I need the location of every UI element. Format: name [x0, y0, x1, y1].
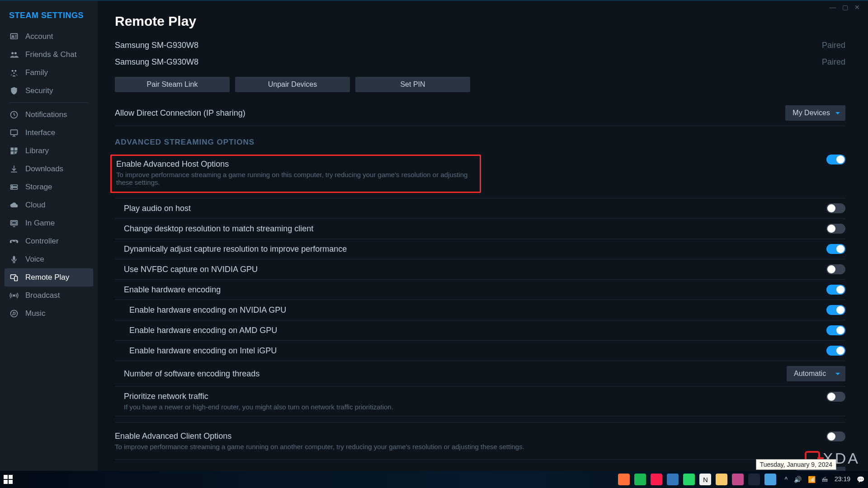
- tray-clock[interactable]: 23:19: [835, 476, 850, 483]
- svg-rect-14: [14, 151, 18, 152]
- svg-rect-11: [11, 151, 14, 155]
- option-row: Enable hardware encoding on NVIDIA GPU: [115, 300, 845, 320]
- option-row: Enable hardware encoding on Intel iGPU: [115, 341, 845, 361]
- option-toggle[interactable]: [826, 244, 845, 254]
- taskbar-app-steam[interactable]: [748, 474, 760, 485]
- option-toggle[interactable]: [826, 285, 845, 295]
- direct-connection-dropdown[interactable]: My Devices: [785, 105, 845, 121]
- enable-advanced-client-sub: To improve performance streaming a game …: [115, 443, 524, 450]
- tray-wifi-icon[interactable]: 📶: [808, 476, 816, 483]
- taskbar-app-edge[interactable]: [667, 474, 679, 485]
- unpair-devices-button[interactable]: Unpair Devices: [235, 77, 350, 92]
- sidebar-item-label: Cloud: [25, 201, 45, 210]
- sidebar-item-broadcast[interactable]: Broadcast: [5, 286, 93, 305]
- enable-advanced-client-toggle[interactable]: [826, 432, 845, 441]
- close-button[interactable]: ✕: [854, 4, 860, 11]
- controller-icon: [9, 236, 19, 246]
- set-pin-button[interactable]: Set PIN: [355, 77, 470, 92]
- sidebar-item-downloads[interactable]: Downloads: [5, 160, 93, 178]
- option-toggle[interactable]: [826, 305, 845, 315]
- sidebar-item-remoteplay[interactable]: Remote Play: [5, 268, 93, 286]
- sidebar-item-ingame[interactable]: In Game: [5, 214, 93, 232]
- svg-point-4: [12, 70, 14, 72]
- account-icon: [9, 32, 19, 42]
- tray-notifications-icon[interactable]: 💬: [857, 476, 864, 483]
- option-label: Play audio on host: [124, 204, 191, 213]
- taskbar-app-app10[interactable]: [764, 474, 776, 485]
- svg-point-28: [12, 314, 14, 315]
- sidebar-item-storage[interactable]: Storage: [5, 178, 93, 196]
- device-name: Samsung SM-G930W8: [115, 41, 198, 50]
- option-toggle[interactable]: [826, 203, 845, 213]
- taskbar-app-firefox[interactable]: [618, 474, 630, 485]
- direct-connection-label: Allow Direct Connection (IP sharing): [115, 108, 245, 118]
- start-button[interactable]: [4, 475, 13, 484]
- advanced-streaming-heading: ADVANCED STREAMING OPTIONS: [115, 138, 845, 147]
- prioritize-network-toggle[interactable]: [826, 392, 845, 402]
- sidebar-item-label: Controller: [25, 237, 59, 246]
- option-toggle[interactable]: [826, 325, 845, 335]
- taskbar-app-spotify[interactable]: [634, 474, 646, 485]
- sidebar-item-label: Friends & Chat: [25, 50, 76, 59]
- sidebar-item-label: Downloads: [25, 164, 63, 174]
- paired-device-row[interactable]: Samsung SM-G930W8Paired: [115, 54, 845, 70]
- sidebar-item-music[interactable]: Music: [5, 305, 93, 323]
- taskbar-app-notion[interactable]: N: [699, 474, 711, 485]
- option-label: Dynamically adjust capture resolution to…: [124, 244, 347, 254]
- tray-volume-icon[interactable]: 🔊: [794, 476, 802, 483]
- minimize-button[interactable]: —: [830, 4, 836, 11]
- sidebar-item-cloud[interactable]: Cloud: [5, 196, 93, 214]
- sidebar-item-library[interactable]: Library: [5, 142, 93, 160]
- sidebar-item-label: Family: [25, 68, 48, 77]
- sidebar-item-notifications[interactable]: Notifications: [5, 106, 93, 124]
- paired-device-row[interactable]: Samsung SM-G930W8Paired: [115, 37, 845, 54]
- remoteplay-icon: [9, 272, 19, 282]
- svg-point-17: [12, 185, 12, 186]
- enable-advanced-host-label: Enable Advanced Host Options: [116, 160, 475, 169]
- option-toggle[interactable]: [826, 264, 845, 274]
- ingame-icon: [9, 218, 19, 228]
- svg-rect-23: [13, 256, 15, 260]
- option-label: Enable hardware encoding on NVIDIA GPU: [129, 305, 286, 315]
- sidebar-item-controller[interactable]: Controller: [5, 232, 93, 250]
- svg-rect-10: [14, 148, 18, 151]
- tray-ime-icon[interactable]: 🖮: [822, 476, 828, 483]
- family-icon: [9, 68, 19, 78]
- music-icon: [9, 309, 19, 319]
- svg-point-1: [12, 36, 14, 37]
- maximize-button[interactable]: ▢: [842, 4, 848, 11]
- taskbar[interactable]: N ^ 🔊 📶 🖮 23:19 💬: [0, 471, 868, 488]
- taskbar-app-opera[interactable]: [651, 474, 662, 485]
- svg-point-27: [11, 310, 18, 317]
- option-toggle[interactable]: [826, 224, 845, 234]
- option-row: Change desktop resolution to match strea…: [115, 219, 845, 239]
- cloud-icon: [9, 200, 19, 210]
- option-toggle[interactable]: [826, 346, 845, 356]
- svg-point-6: [13, 72, 14, 74]
- notifications-icon: [9, 110, 19, 120]
- enable-advanced-host-toggle[interactable]: [826, 155, 845, 164]
- security-icon: [9, 86, 19, 96]
- sidebar-item-family[interactable]: Family: [5, 64, 93, 82]
- sidebar-item-account[interactable]: Account: [5, 28, 93, 46]
- encoding-threads-dropdown[interactable]: Automatic: [787, 366, 845, 381]
- sidebar-item-label: Voice: [25, 255, 44, 264]
- sidebar-item-security[interactable]: Security: [5, 82, 93, 100]
- highlight-annotation: Enable Advanced Host Options To improve …: [110, 155, 481, 193]
- sidebar-item-interface[interactable]: Interface: [5, 124, 93, 142]
- taskbar-app-whatsapp[interactable]: [683, 474, 695, 485]
- tray-chevron-icon[interactable]: ^: [784, 476, 788, 483]
- sidebar-item-label: In Game: [25, 219, 55, 228]
- sidebar-item-voice[interactable]: Voice: [5, 250, 93, 268]
- option-row: Dynamically adjust capture resolution to…: [115, 239, 845, 259]
- page-title: Remote Play: [115, 14, 845, 29]
- sidebar-item-label: Account: [25, 32, 53, 41]
- taskbar-app-explorer[interactable]: [716, 474, 727, 485]
- sidebar-item-friends[interactable]: Friends & Chat: [5, 46, 93, 64]
- svg-rect-12: [15, 152, 17, 154]
- svg-rect-9: [11, 148, 14, 151]
- taskbar-app-app8[interactable]: [732, 474, 744, 485]
- sidebar-item-label: Music: [25, 309, 45, 318]
- sidebar-title: STEAM SETTINGS: [5, 11, 93, 28]
- pair-steam-link-button[interactable]: Pair Steam Link: [115, 77, 230, 92]
